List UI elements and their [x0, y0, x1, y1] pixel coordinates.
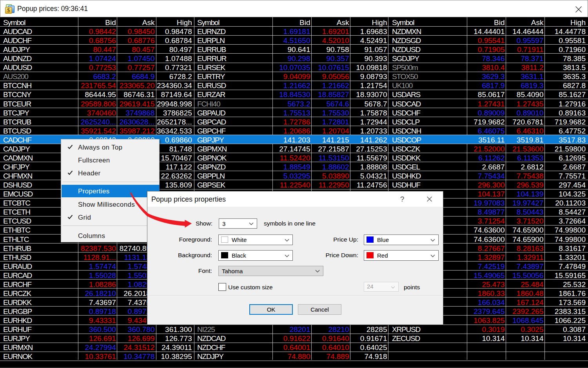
svg-text:$: $ — [7, 7, 10, 13]
